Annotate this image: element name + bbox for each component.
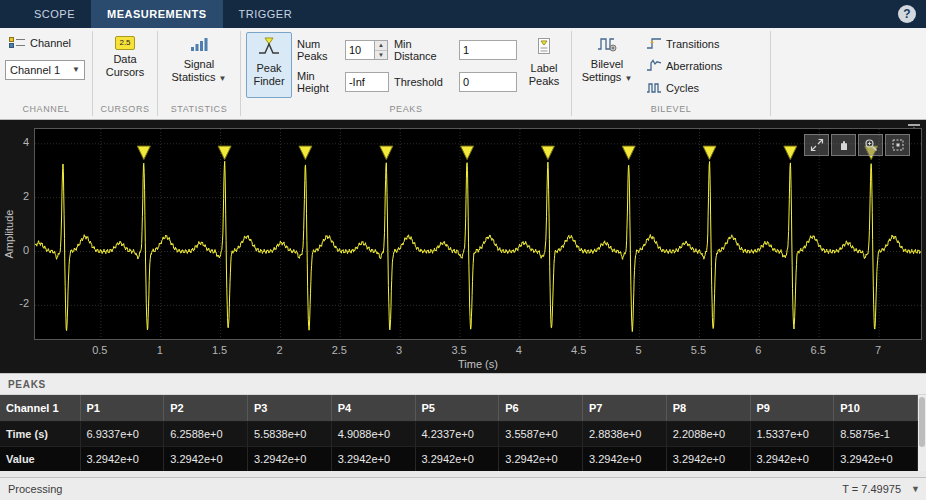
table-cell: 3.2942e+0 [750, 446, 834, 471]
table-cell: 3.2942e+0 [248, 446, 332, 471]
channel-button[interactable]: Channel [5, 32, 75, 54]
aberrations-icon [646, 59, 662, 74]
x-tick-label: 1.5 [200, 344, 240, 356]
cycles-icon [646, 81, 662, 96]
table-header-peak[interactable]: P6 [499, 395, 583, 421]
y-tick-label: 0 [3, 244, 29, 256]
num-peaks-input[interactable] [345, 40, 375, 60]
table-scrollbar[interactable] [918, 395, 926, 471]
plot-area: Amplitude -2024 0.511.522.533.544.555.56… [0, 120, 926, 373]
min-height-label: Min Height [297, 70, 340, 94]
x-tick-label: 2 [259, 344, 299, 356]
status-bar: Processing T = 7.49975 ▼ [0, 477, 926, 500]
x-tick-label: 5 [619, 344, 659, 356]
zoom-in-button[interactable] [858, 134, 883, 156]
y-axis-label: Amplitude [3, 189, 17, 279]
transitions-label: Transitions [666, 38, 719, 50]
peak-finder-label: Peak Finder [249, 62, 289, 88]
table-cell: 3.5587e+0 [499, 421, 583, 446]
fit-to-view-button[interactable] [885, 134, 910, 156]
y-tick-label: -2 [3, 297, 29, 309]
table-cell: 8.5875e-1 [834, 421, 918, 446]
table-row: Time (s)6.9337e+06.2588e+05.5838e+04.908… [0, 421, 918, 446]
data-cursors-label: Data Cursors [103, 53, 147, 79]
table-row-label: Value [0, 446, 80, 471]
pan-button[interactable] [831, 134, 856, 156]
table-header-peak[interactable]: P10 [834, 395, 918, 421]
peak-marker[interactable] [784, 146, 797, 160]
peak-marker[interactable] [380, 146, 393, 160]
table-header-peak[interactable]: P1 [80, 395, 164, 421]
table-header-peak[interactable]: P5 [415, 395, 499, 421]
table-header-peak[interactable]: P3 [248, 395, 332, 421]
table-header-peak[interactable]: P8 [666, 395, 750, 421]
bilevel-settings-icon [597, 36, 617, 55]
table-cell: 5.5838e+0 [248, 421, 332, 446]
section-label-bilevel: BILEVEL [572, 102, 770, 119]
threshold-input[interactable] [459, 72, 517, 92]
peak-finder-toggle[interactable]: Peak Finder [246, 32, 292, 98]
table-row: Value3.2942e+03.2942e+03.2942e+03.2942e+… [0, 446, 918, 471]
threshold-label: Threshold [394, 76, 454, 88]
table-scrollbar-thumb[interactable] [919, 397, 925, 447]
spinner-down-button[interactable]: ▼ [375, 51, 387, 60]
table-cell: 3.2942e+0 [415, 446, 499, 471]
peaks-table: Channel 1P1P2P3P4P5P6P7P8P9P10Time (s)6.… [0, 395, 918, 472]
tab-measurements[interactable]: MEASUREMENTS [91, 0, 223, 28]
plot-canvas[interactable] [34, 128, 922, 340]
table-header-peak[interactable]: P4 [331, 395, 415, 421]
expand-axes-button[interactable] [804, 134, 829, 156]
peak-marker[interactable] [461, 146, 474, 160]
peak-marker[interactable] [622, 146, 635, 160]
min-distance-input[interactable] [459, 40, 517, 60]
peaks-table-zone: Channel 1P1P2P3P4P5P6P7P8P9P10Time (s)6.… [0, 395, 926, 471]
aberrations-label: Aberrations [666, 60, 722, 72]
section-peaks: Peak Finder Num Peaks ▲ ▼ Min Distance M… [241, 28, 571, 119]
peak-marker[interactable] [299, 146, 312, 160]
table-cell: 3.2942e+0 [834, 446, 918, 471]
table-cell: 3.2942e+0 [331, 446, 415, 471]
waveform-channel-1 [35, 161, 921, 331]
x-tick-label: 7 [858, 344, 898, 356]
tab-scope[interactable]: SCOPE [18, 0, 91, 28]
channel-select-value: Channel 1 [10, 64, 60, 76]
bilevel-settings-button[interactable]: Bilevel Settings ▼ [577, 32, 637, 98]
chevron-down-icon: ▼ [219, 74, 227, 83]
cycles-button[interactable]: Cycles [642, 78, 726, 98]
x-tick-label: 1 [140, 344, 180, 356]
data-cursors-button[interactable]: 2.5 Data Cursors [100, 32, 150, 98]
channel-icon [9, 36, 25, 50]
table-header-peak[interactable]: P2 [164, 395, 248, 421]
table-header-peak[interactable]: P7 [583, 395, 667, 421]
table-cell: 4.2337e+0 [415, 421, 499, 446]
aberrations-button[interactable]: Aberrations [642, 56, 726, 76]
section-channel: Channel Channel 1 ▼ CHANNEL [0, 28, 92, 119]
transitions-button[interactable]: Transitions [642, 34, 726, 54]
tab-trigger[interactable]: TRIGGER [223, 0, 309, 28]
table-row-label: Time (s) [0, 421, 80, 446]
peak-marker[interactable] [218, 146, 231, 160]
channel-button-label: Channel [30, 37, 71, 49]
collapse-status-button[interactable]: ▼ [911, 484, 920, 494]
table-cell: 6.9337e+0 [80, 421, 164, 446]
peak-marker[interactable] [703, 146, 716, 160]
channel-select[interactable]: Channel 1 ▼ [5, 60, 85, 80]
peak-marker[interactable] [541, 146, 554, 160]
label-peaks-button[interactable]: Label Peaks [522, 32, 566, 98]
chevron-down-icon: ▼ [72, 66, 80, 74]
section-label-peaks: PEAKS [241, 102, 571, 119]
section-label-cursors: CURSORS [93, 102, 157, 119]
peak-finder-fields: Num Peaks ▲ ▼ Min Distance Min Height Th… [297, 32, 517, 94]
spinner-up-button[interactable]: ▲ [375, 41, 387, 51]
table-cell: 3.2942e+0 [666, 446, 750, 471]
signal-statistics-icon [190, 36, 208, 55]
x-tick-label: 5.5 [679, 344, 719, 356]
help-button[interactable]: ? [898, 5, 916, 23]
table-header-peak[interactable]: P9 [750, 395, 834, 421]
min-height-input[interactable] [345, 72, 389, 92]
table-header-channel[interactable]: Channel 1 [0, 395, 80, 421]
peak-marker[interactable] [137, 146, 150, 160]
label-peaks-icon [535, 36, 553, 59]
signal-statistics-button[interactable]: Signal Statistics ▼ [168, 32, 230, 98]
time-readout: T = 7.49975 [842, 483, 901, 495]
